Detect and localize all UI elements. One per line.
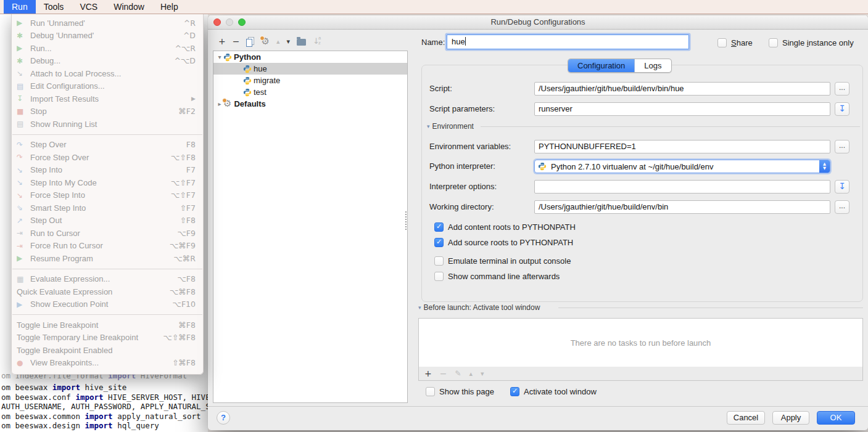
- before-launch-task-list[interactable]: There are no tasks to run before launch: [418, 318, 863, 367]
- menu-item-toggle-line-breakpoint[interactable]: Toggle Line Breakpoint ⌘F8: [12, 319, 203, 332]
- menu-item-quick-evaluate-expression[interactable]: Quick Evaluate Expression ⌥⌘F8: [12, 285, 203, 298]
- environment-section-header[interactable]: ▾Environment: [427, 122, 474, 131]
- task-move-up-button[interactable]: ▴: [469, 370, 473, 377]
- interpreter-options-input[interactable]: [534, 180, 830, 194]
- add-configuration-button[interactable]: +: [218, 37, 226, 46]
- cancel-button[interactable]: Cancel: [727, 411, 765, 425]
- menubar-item-vcs[interactable]: VCS: [72, 0, 105, 14]
- section-divider: [558, 308, 863, 308]
- tree-splitter-handle[interactable]: [405, 211, 409, 230]
- tab-configuration[interactable]: Configuration: [568, 59, 635, 72]
- tab-logs[interactable]: Logs: [635, 59, 671, 72]
- envvars-edit-button[interactable]: ...: [835, 140, 849, 153]
- menu-separator: [12, 269, 202, 269]
- menu-item-resume-program[interactable]: ▶ Resume Program ⌥⌘R: [12, 252, 203, 265]
- menu-item-attach-to-local-process[interactable]: ↘ Attach to Local Process...: [12, 67, 203, 80]
- help-button[interactable]: ?: [217, 411, 230, 425]
- menu-item-force-step-into[interactable]: ↘ Force Step Into ⌥⇧F7: [12, 189, 203, 202]
- content-roots-checkbox[interactable]: [434, 222, 444, 232]
- single-instance-checkbox[interactable]: [769, 38, 778, 47]
- menubar-item-window[interactable]: Window: [105, 0, 152, 14]
- menu-item-run-to-cursor[interactable]: ⇥ Run to Cursor ⌥F9: [12, 227, 203, 240]
- menu-item-step-into[interactable]: ↘ Step Into F7: [12, 164, 203, 177]
- add-task-button[interactable]: +: [424, 369, 432, 378]
- edit-task-icon[interactable]: ✎: [455, 370, 461, 377]
- before-launch-header[interactable]: ▾Before launch: Activate tool window: [418, 303, 540, 312]
- menu-item-force-step-over[interactable]: ↷ Force Step Over ⌥⇧F8: [12, 151, 203, 164]
- workdir-browse-button[interactable]: ...: [835, 200, 849, 214]
- section-divider: [481, 126, 860, 127]
- show-this-page-checkbox[interactable]: [426, 387, 435, 396]
- python-icon: [223, 53, 232, 62]
- dialog-titlebar[interactable]: Run/Debug Configurations: [208, 15, 868, 30]
- tree-item-hue[interactable]: hue: [213, 63, 407, 75]
- script-input[interactable]: /Users/jgauthier/git/hue/build/env/bin/h…: [534, 82, 830, 96]
- sort-configurations-icon[interactable]: ↓ az: [313, 36, 323, 46]
- menu-item-view-breakpoints[interactable]: ● View Breakpoints... ⇧⌘F8: [12, 357, 203, 370]
- params-expand-button[interactable]: ↧: [835, 102, 849, 116]
- menu-item-run[interactable]: ▶ Run... ^⌥R: [12, 42, 203, 55]
- share-checkbox[interactable]: [717, 38, 727, 47]
- script-parameters-input[interactable]: runserver: [534, 102, 830, 116]
- menu-item-debug-unnamed[interactable]: ✱ Debug 'Unnamed' ^D: [12, 30, 203, 43]
- menu-item-step-out[interactable]: ↗ Step Out ⇧F8: [12, 214, 203, 227]
- menu-item-stop[interactable]: ■ Stop ⌘F2: [12, 105, 203, 118]
- tree-item-defaults[interactable]: ▸ ⚙ Defaults: [213, 98, 407, 110]
- remove-task-button[interactable]: −: [440, 369, 447, 378]
- script-browse-button[interactable]: ...: [835, 82, 849, 96]
- expanded-arrow-icon[interactable]: ▾: [216, 54, 223, 60]
- activate-tool-window-checkbox[interactable]: [510, 387, 519, 396]
- working-directory-input[interactable]: /Users/jgauthier/git/hue/build/env/bin: [534, 200, 830, 214]
- tree-item-migrate[interactable]: migrate: [213, 75, 407, 86]
- menubar-item-run[interactable]: Run: [4, 0, 36, 14]
- code-line: om beeswax.common import apply_natural_s…: [1, 412, 208, 421]
- emulate-terminal-checkbox[interactable]: [434, 256, 444, 266]
- resume-program-icon: ▶: [17, 255, 30, 262]
- menu-item-toggle-temporary-line-breakpoint[interactable]: Toggle Temporary Line Breakpoint ⌥⇧⌘F8: [12, 332, 203, 344]
- task-move-down-button[interactable]: ▾: [481, 370, 484, 377]
- text-caret: [465, 37, 466, 46]
- source-roots-checkbox[interactable]: [434, 238, 444, 247]
- menu-item-show-execution-point[interactable]: ▶ Show Execution Point ⌥F10: [12, 298, 203, 311]
- menu-item-edit-configurations[interactable]: ▤ Edit Configurations...: [12, 80, 203, 93]
- menu-item-evaluate-expression[interactable]: ▦ Evaluate Expression... ⌥F8: [12, 273, 203, 286]
- empty-tasks-message: There are no tasks to run before launch: [419, 338, 862, 348]
- python-interpreter-combo[interactable]: Python 2.7.10 virtualenv at ~/git/hue/bu…: [534, 160, 830, 173]
- move-up-button[interactable]: ▴: [276, 38, 280, 45]
- copy-configuration-icon[interactable]: [246, 37, 254, 46]
- menu-item-smart-step-into[interactable]: ⇘ Smart Step Into ⇧F7: [12, 202, 203, 214]
- task-toolbar: + − ✎ ▴ ▾: [418, 367, 863, 381]
- menu-item-step-over[interactable]: ↷ Step Over F8: [12, 139, 203, 152]
- menu-item-step-into-my-code[interactable]: ↘ Step Into My Code ⌥⇧F7: [12, 176, 203, 189]
- menu-item-force-run-to-cursor[interactable]: ⇥ Force Run to Cursor ⌥⌘F9: [12, 240, 203, 253]
- combo-stepper-icon[interactable]: ▲▼: [819, 160, 830, 173]
- options-expand-button[interactable]: ↧: [835, 180, 849, 194]
- configuration-panel: Script: /Users/jgauthier/git/hue/build/e…: [421, 65, 863, 302]
- menu-item-toggle-breakpoint-enabled[interactable]: Toggle Breakpoint Enabled: [12, 344, 203, 357]
- menubar-item-tools[interactable]: Tools: [36, 0, 72, 14]
- environment-variables-input[interactable]: PYTHONUNBUFFERED=1: [534, 140, 830, 153]
- edit-defaults-icon[interactable]: ⚙: [261, 37, 269, 46]
- menu-item-show-running-list[interactable]: ▤ Show Running List: [12, 118, 203, 131]
- name-input[interactable]: hue: [447, 35, 689, 49]
- remove-configuration-button[interactable]: −: [233, 37, 240, 46]
- submenu-arrow-icon: ▶: [191, 96, 196, 102]
- environment-variables-label: Environment variables:: [429, 142, 511, 151]
- step-out-icon: ↗: [17, 217, 30, 224]
- desktop: om indexer.file_format import HiveFormat…: [0, 0, 868, 432]
- emulate-terminal-label: Emulate terminal in output console: [448, 256, 571, 266]
- apply-button[interactable]: Apply: [772, 411, 809, 425]
- tree-item-python[interactable]: ▾ Python: [213, 51, 407, 63]
- menu-item-run-unnamed[interactable]: ▶ Run 'Unnamed' ^R: [12, 17, 203, 30]
- move-down-button[interactable]: ▾: [286, 38, 290, 45]
- ok-button[interactable]: OK: [817, 411, 855, 425]
- create-folder-icon[interactable]: [297, 39, 306, 46]
- code-line: om beeswax.conf import HIVE_SERVER_HOST,…: [1, 393, 208, 402]
- menu-item-debug[interactable]: ✱ Debug... ^⌥D: [12, 55, 203, 68]
- tree-item-test[interactable]: test: [213, 86, 407, 98]
- run-menu: ▶ Run 'Unnamed' ^R ✱ Debug 'Unnamed' ^D …: [11, 14, 204, 375]
- show-command-line-checkbox[interactable]: [434, 272, 444, 281]
- menu-item-import-test-results[interactable]: ↧ Import Test Results ▶: [12, 92, 203, 105]
- python-interpreter-label: Python interpreter:: [429, 161, 495, 171]
- menubar-item-help[interactable]: Help: [152, 0, 186, 14]
